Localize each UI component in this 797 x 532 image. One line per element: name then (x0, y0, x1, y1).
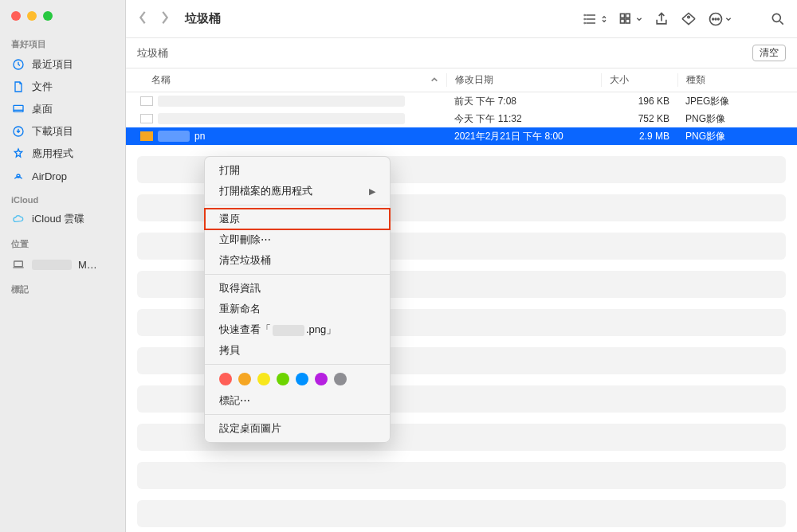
svg-point-16 (718, 18, 720, 20)
sidebar-item-mac[interactable]: M… (0, 253, 125, 276)
menu-item-delete-immediately[interactable]: 立即刪除⋯ (205, 229, 390, 250)
sidebar-item-label: M… (78, 259, 97, 271)
placeholder-row (137, 500, 786, 527)
menu-item-open[interactable]: 打開 (205, 160, 390, 181)
menu-separator (205, 364, 390, 365)
redacted-filename (158, 96, 405, 107)
empty-trash-button[interactable]: 清空 (752, 45, 786, 61)
applications-icon (11, 147, 26, 161)
file-row[interactable]: 前天 下午 7:08 196 KB JPEG影像 (126, 92, 797, 110)
file-list: 前天 下午 7:08 196 KB JPEG影像 今天 下午 11:32 752… (126, 92, 797, 527)
sidebar-section-locations: 位置 (0, 230, 125, 253)
file-size: 752 KB (601, 113, 677, 124)
toolbar: 垃圾桶 (126, 0, 797, 38)
tag-red[interactable] (219, 373, 232, 385)
sidebar-item-label: 桌面 (32, 102, 53, 116)
sidebar-item-airdrop[interactable]: AirDrop (0, 165, 125, 187)
sidebar-item-downloads[interactable]: 下載項目 (0, 120, 125, 143)
menu-item-empty-trash[interactable]: 清空垃圾桶 (205, 250, 390, 271)
svg-point-17 (772, 14, 780, 22)
path-bar: 垃圾桶 清空 (126, 38, 797, 68)
forward-button[interactable] (159, 10, 171, 27)
view-mode-button[interactable] (583, 11, 607, 27)
action-menu-button[interactable] (708, 11, 732, 27)
svg-point-14 (713, 18, 714, 20)
menu-separator (205, 274, 390, 275)
svg-rect-11 (626, 19, 630, 23)
menu-item-put-back[interactable]: 還原 (205, 209, 390, 229)
menu-item-get-info[interactable]: 取得資訊 (205, 278, 390, 299)
file-thumbnail-icon (140, 114, 153, 123)
menu-separator (205, 205, 390, 205)
window-title: 垃圾桶 (185, 11, 221, 26)
file-row[interactable]: 今天 下午 11:32 752 KB PNG影像 (126, 110, 797, 127)
file-kind: JPEG影像 (677, 95, 786, 108)
sidebar-item-recents[interactable]: 最近項目 (0, 53, 125, 76)
sidebar-item-icloud-drive[interactable]: iCloud 雲碟 (0, 208, 125, 230)
desktop-icon (11, 102, 26, 116)
main-content: 垃圾桶 (126, 0, 797, 532)
svg-rect-9 (626, 14, 630, 18)
file-kind: PNG影像 (677, 112, 786, 126)
redacted-text (273, 325, 304, 336)
filename-visible-suffix: pn (194, 131, 205, 142)
download-icon (11, 124, 26, 139)
sidebar-item-applications[interactable]: 應用程式 (0, 143, 125, 165)
column-header-kind[interactable]: 種類 (677, 73, 786, 87)
sidebar-section-favorites: 喜好項目 (0, 30, 125, 53)
sidebar-section-tags: 標記 (0, 276, 125, 299)
svg-rect-10 (621, 19, 625, 23)
minimize-window-button[interactable] (27, 11, 37, 21)
sidebar-item-label: AirDrop (32, 170, 67, 182)
table-header: 名稱 修改日期 大小 種類 (126, 68, 797, 92)
svg-point-5 (584, 14, 585, 15)
sidebar-item-documents[interactable]: 文件 (0, 76, 125, 98)
svg-point-6 (584, 18, 585, 19)
group-by-button[interactable] (618, 11, 642, 27)
close-window-button[interactable] (11, 11, 21, 21)
file-date: 前天 下午 7:08 (446, 95, 601, 108)
tag-yellow[interactable] (257, 373, 270, 385)
airdrop-icon (11, 169, 26, 183)
file-thumbnail-icon (140, 131, 153, 141)
column-header-date[interactable]: 修改日期 (446, 73, 601, 87)
file-date: 今天 下午 11:32 (446, 112, 601, 126)
placeholder-row (137, 462, 786, 489)
share-button[interactable] (654, 11, 669, 27)
tag-blue[interactable] (296, 373, 308, 385)
menu-item-copy[interactable]: 拷貝 (205, 340, 390, 361)
document-icon (11, 80, 26, 94)
menu-item-open-with[interactable]: 打開檔案的應用程式 ▶ (205, 181, 390, 201)
tag-gray[interactable] (334, 373, 347, 385)
svg-rect-8 (621, 14, 625, 18)
menu-item-set-desktop-picture[interactable]: 設定桌面圖片 (205, 418, 390, 439)
sidebar-item-label: iCloud 雲碟 (32, 212, 84, 226)
menu-item-rename[interactable]: 重新命名 (205, 299, 390, 319)
clock-icon (11, 57, 26, 72)
redacted-filename (158, 113, 405, 124)
tags-button[interactable] (681, 11, 697, 27)
sidebar-item-desktop[interactable]: 桌面 (0, 98, 125, 120)
file-thumbnail-icon (140, 96, 153, 106)
tag-orange[interactable] (238, 373, 251, 385)
sidebar-section-icloud: iCloud (0, 187, 125, 208)
file-row-selected[interactable]: pn 2021年2月21日 下午 8:00 2.9 MB PNG影像 (126, 127, 797, 145)
file-size: 196 KB (601, 96, 677, 107)
menu-item-tags[interactable]: 標記⋯ (205, 390, 390, 411)
tag-green[interactable] (277, 373, 289, 385)
menu-item-quick-look[interactable]: 快速查看「.png」 (205, 319, 390, 340)
context-menu: 打開 打開檔案的應用程式 ▶ 還原 立即刪除⋯ 清空垃圾桶 (204, 156, 391, 443)
file-kind: PNG影像 (677, 130, 786, 143)
svg-point-7 (584, 22, 585, 23)
chevron-right-icon: ▶ (369, 186, 375, 197)
search-button[interactable] (770, 11, 786, 27)
sidebar-item-label: 下載項目 (32, 124, 73, 139)
sidebar: 喜好項目 最近項目 文件 桌面 下載項目 (0, 0, 126, 532)
svg-point-15 (715, 18, 717, 20)
tag-purple[interactable] (315, 373, 328, 385)
sidebar-item-label: 文件 (32, 80, 53, 94)
fullscreen-window-button[interactable] (43, 11, 53, 21)
column-header-name[interactable]: 名稱 (137, 73, 446, 87)
column-header-size[interactable]: 大小 (601, 73, 677, 87)
back-button[interactable] (137, 10, 148, 27)
